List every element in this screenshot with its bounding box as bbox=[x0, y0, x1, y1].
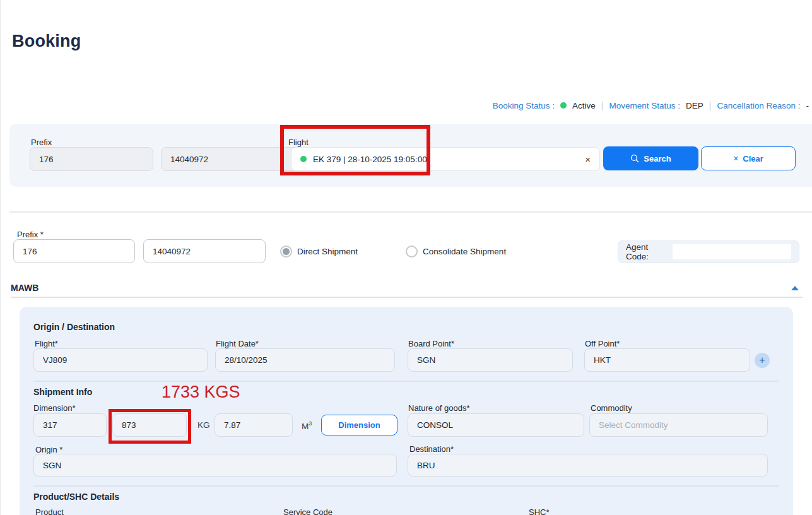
clear-button-label: Clear bbox=[743, 154, 763, 163]
destination-label: Destination* bbox=[409, 444, 454, 454]
shipment-info-title: Shipment Info bbox=[33, 387, 92, 397]
dimension-button[interactable]: Dimension bbox=[321, 415, 397, 435]
board-point-label: Board Point* bbox=[408, 339, 454, 348]
product-label: Product bbox=[35, 507, 64, 515]
direct-shipment-radio[interactable] bbox=[280, 246, 292, 258]
agent-code-box: Agent Code: bbox=[618, 240, 799, 263]
off-point-input[interactable] bbox=[584, 348, 750, 372]
flight-select[interactable]: EK 379 | 28-10-2025 19:05:00 × bbox=[291, 147, 600, 171]
direct-shipment-label: Direct Shipment bbox=[297, 247, 358, 256]
destination-input[interactable] bbox=[408, 454, 768, 477]
clear-button[interactable]: × Clear bbox=[701, 146, 796, 170]
search-icon bbox=[630, 154, 639, 163]
flight-label: Flight* bbox=[35, 339, 58, 348]
nature-of-goods-label: Nature of goods* bbox=[408, 403, 470, 413]
status-separator: | bbox=[601, 100, 604, 110]
board-point-input[interactable] bbox=[408, 348, 573, 372]
volume-input[interactable] bbox=[215, 413, 293, 437]
add-segment-button[interactable]: + bbox=[755, 353, 770, 368]
pieces-input[interactable] bbox=[33, 413, 107, 437]
weight-input[interactable] bbox=[112, 413, 187, 437]
agent-code-label: Agent Code: bbox=[626, 242, 668, 261]
agent-code-input[interactable] bbox=[673, 244, 791, 259]
clear-x-icon: × bbox=[733, 153, 738, 163]
origin-destination-title: Origin / Destination bbox=[33, 322, 115, 332]
consolidate-shipment-radio[interactable] bbox=[406, 246, 418, 258]
form-awb-input[interactable] bbox=[143, 239, 266, 263]
search-button[interactable]: Search bbox=[603, 146, 698, 170]
origin-input[interactable] bbox=[33, 454, 397, 477]
flight-date-input[interactable] bbox=[215, 348, 395, 372]
search-flight-label: Flight bbox=[288, 138, 309, 147]
commodity-select[interactable]: Select Commodity bbox=[589, 413, 768, 437]
booking-status-value: Active bbox=[572, 101, 596, 110]
consolidate-shipment-label: Consolidate Shipment bbox=[423, 247, 506, 256]
flight-date-label: Flight Date* bbox=[216, 339, 259, 348]
commodity-label: Commodity bbox=[591, 403, 632, 413]
page-title: Booking bbox=[12, 32, 81, 51]
mawb-section-title: MAWB bbox=[11, 283, 38, 293]
flight-clear-icon[interactable]: × bbox=[585, 154, 591, 165]
product-shc-title: Product/SHC Details bbox=[33, 492, 119, 502]
flight-select-value: EK 379 | 28-10-2025 19:05:00 bbox=[313, 155, 427, 164]
status-bar: Booking Status : Active | Movement Statu… bbox=[493, 100, 809, 110]
nature-of-goods-input[interactable] bbox=[408, 413, 584, 437]
form-prefix-input[interactable] bbox=[13, 239, 135, 263]
collapse-arrow-icon[interactable] bbox=[791, 286, 799, 290]
shc-label: SHC* bbox=[529, 507, 550, 515]
dimension-label: Dimension* bbox=[33, 403, 75, 413]
movement-status-value: DEP bbox=[686, 101, 703, 110]
booking-status-active-icon bbox=[560, 102, 567, 109]
flight-input[interactable] bbox=[33, 348, 208, 372]
booking-page: Booking Booking Status : Active | Moveme… bbox=[0, 0, 812, 515]
search-button-label: Search bbox=[644, 154, 671, 163]
search-prefix-input[interactable] bbox=[30, 147, 153, 171]
commodity-placeholder: Select Commodity bbox=[599, 420, 668, 430]
shipment-type-radios: Direct Shipment Consolidate Shipment bbox=[280, 246, 506, 258]
search-prefix-label: Prefix bbox=[31, 138, 52, 147]
volume-unit-label: M3 bbox=[302, 420, 312, 431]
movement-status-label: Movement Status : bbox=[609, 101, 680, 110]
mawb-card: Origin / Destination Flight* Flight Date… bbox=[20, 307, 793, 515]
flight-status-dot-icon bbox=[300, 156, 307, 162]
status-separator: | bbox=[709, 100, 712, 110]
cancellation-reason-value: - bbox=[806, 101, 809, 110]
card-divider bbox=[33, 381, 779, 382]
section-divider bbox=[9, 211, 812, 213]
service-code-label: Service Code bbox=[283, 507, 332, 515]
mawb-divider bbox=[11, 297, 803, 298]
search-panel: Prefix Flight EK 379 | 28-10-2025 19:05:… bbox=[9, 124, 812, 187]
off-point-label: Off Point* bbox=[585, 339, 620, 348]
weight-unit-label: KG bbox=[197, 420, 210, 430]
cancellation-reason-label: Cancellation Reason : bbox=[717, 101, 800, 110]
booking-status-label: Booking Status : bbox=[493, 101, 555, 110]
form-prefix-label: Prefix * bbox=[17, 230, 44, 239]
origin-label: Origin * bbox=[35, 445, 62, 454]
card-divider bbox=[33, 485, 779, 487]
